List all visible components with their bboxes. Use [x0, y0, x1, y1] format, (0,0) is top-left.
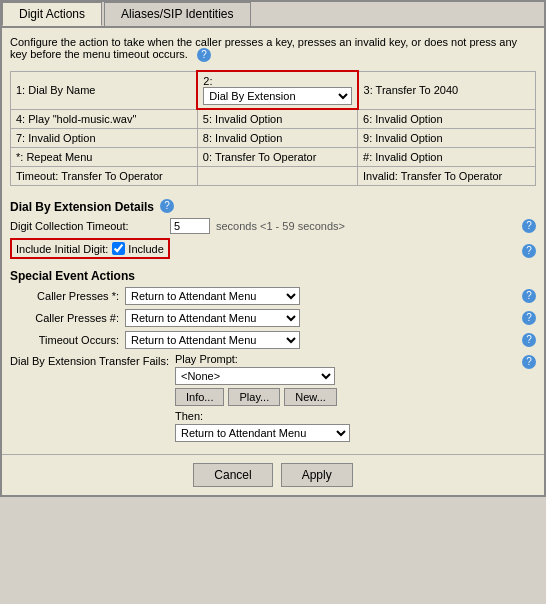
digit-4-key: 4:: [16, 113, 25, 125]
digit-star-key: *:: [16, 151, 23, 163]
digit-3-key: 3:: [364, 84, 373, 96]
main-window: Digit Actions Aliases/SIP Identities Con…: [0, 0, 546, 497]
tab-digit-actions[interactable]: Digit Actions: [2, 2, 102, 26]
dbe-section-header: Dial By Extension Details ?: [10, 194, 536, 218]
digit-invalid-cell: Invalid: Transfer To Operator: [358, 167, 536, 186]
digit-6-key: 6:: [363, 113, 372, 125]
play-prompt-select[interactable]: <None>: [175, 367, 335, 385]
transfer-fails-buttons: Info... Play... New...: [175, 388, 350, 406]
content-area: Configure the action to take when the ca…: [2, 28, 544, 454]
timeout-help-icon[interactable]: ?: [522, 333, 536, 347]
digit-6-label: Invalid Option: [375, 113, 442, 125]
caller-star-help-icon[interactable]: ?: [522, 289, 536, 303]
special-events-title: Special Event Actions: [10, 269, 536, 283]
digit-9-cell: 9: Invalid Option: [358, 129, 536, 148]
digit-5-cell: 5: Invalid Option: [197, 109, 357, 129]
digit-invalid-label: Transfer To Operator: [401, 170, 503, 182]
digit-collection-label: Digit Collection Timeout:: [10, 220, 170, 232]
digit-empty-cell: [197, 167, 357, 186]
tab-aliases-sip[interactable]: Aliases/SIP Identities: [104, 2, 251, 26]
digit-3-label: Transfer To 2040: [376, 84, 459, 96]
digit-star-label: Repeat Menu: [26, 151, 92, 163]
digit-7-cell: 7: Invalid Option: [11, 129, 198, 148]
digit-2-cell: 2: Dial By Extension Dial By Name Transf…: [197, 71, 357, 109]
new-button[interactable]: New...: [284, 388, 337, 406]
table-row: 7: Invalid Option 8: Invalid Option 9: I…: [11, 129, 536, 148]
description-text: Configure the action to take when the ca…: [10, 36, 536, 62]
timeout-occurs-row: Timeout Occurs: Return to Attendant Menu…: [10, 331, 536, 349]
digit-hash-key: #:: [363, 151, 372, 163]
table-row: 1: Dial By Name 2: Dial By Extension Dia…: [11, 71, 536, 109]
digit-timeout-key: Timeout:: [16, 170, 58, 182]
transfer-fails-inner: Play Prompt: <None> Info... Play... New.…: [175, 353, 350, 442]
digit-hash-cell: #: Invalid Option: [358, 148, 536, 167]
digit-7-key: 7:: [16, 132, 25, 144]
digit-5-key: 5:: [203, 113, 212, 125]
include-initial-row: Include Initial Digit: Include: [10, 238, 170, 259]
digit-0-key: 0:: [203, 151, 212, 163]
digit-0-cell: 0: Transfer To Operator: [197, 148, 357, 167]
play-prompt-label: Play Prompt:: [175, 353, 350, 365]
digit-8-key: 8:: [203, 132, 212, 144]
digit-4-label: Play "hold-music.wav": [28, 113, 136, 125]
table-row: *: Repeat Menu 0: Transfer To Operator #…: [11, 148, 536, 167]
then-label: Then:: [175, 410, 350, 422]
tab-bar: Digit Actions Aliases/SIP Identities: [2, 2, 544, 28]
digit-7-label: Invalid Option: [28, 132, 95, 144]
caller-presses-hash-row: Caller Presses #: Return to Attendant Me…: [10, 309, 536, 327]
include-initial-checkbox[interactable]: [112, 242, 125, 255]
caller-presses-hash-label: Caller Presses #:: [10, 312, 125, 324]
digit-collection-help-icon[interactable]: ?: [522, 219, 536, 233]
timeout-occurs-select[interactable]: Return to Attendant Menu Transfer To Ope…: [125, 331, 300, 349]
digit-0-label: Transfer To Operator: [215, 151, 317, 163]
digit-collection-input[interactable]: [170, 218, 210, 234]
digit-8-label: Invalid Option: [215, 132, 282, 144]
transfer-fails-row: Dial By Extension Transfer Fails: Play P…: [10, 353, 536, 442]
digit-5-label: Invalid Option: [215, 113, 282, 125]
info-button[interactable]: Info...: [175, 388, 225, 406]
digit-9-key: 9:: [363, 132, 372, 144]
digit-4-cell: 4: Play "hold-music.wav": [11, 109, 198, 129]
digit-star-cell: *: Repeat Menu: [11, 148, 198, 167]
digit-1-label: Dial By Name: [28, 84, 95, 96]
caller-presses-hash-select[interactable]: Return to Attendant Menu Transfer To Ope…: [125, 309, 300, 327]
digit-6-cell: 6: Invalid Option: [358, 109, 536, 129]
digit-collection-row: Digit Collection Timeout: seconds <1 - 5…: [10, 218, 536, 234]
caller-presses-star-label: Caller Presses *:: [10, 290, 125, 302]
caller-hash-help-icon[interactable]: ?: [522, 311, 536, 325]
digit-2-key: 2:: [203, 75, 212, 87]
dbe-help-icon[interactable]: ?: [160, 199, 174, 213]
digit-timeout-cell: Timeout: Transfer To Operator: [11, 167, 198, 186]
transfer-fails-help-icon[interactable]: ?: [522, 355, 536, 369]
play-prompt-row: <None>: [175, 367, 350, 385]
then-select[interactable]: Return to Attendant Menu Transfer To Ope…: [175, 424, 350, 442]
include-initial-help-icon[interactable]: ?: [522, 244, 536, 258]
digit-1-key: 1:: [16, 84, 25, 96]
transfer-fails-label: Dial By Extension Transfer Fails:: [10, 353, 175, 367]
caller-presses-star-row: Caller Presses *: Return to Attendant Me…: [10, 287, 536, 305]
digit-collection-hint: seconds <1 - 59 seconds>: [216, 220, 345, 232]
digit-8-cell: 8: Invalid Option: [197, 129, 357, 148]
include-initial-label: Include Initial Digit:: [16, 243, 108, 255]
digit-9-label: Invalid Option: [375, 132, 442, 144]
digit-1-cell: 1: Dial By Name: [11, 71, 198, 109]
table-row: Timeout: Transfer To Operator Invalid: T…: [11, 167, 536, 186]
timeout-occurs-label: Timeout Occurs:: [10, 334, 125, 346]
description-help-icon[interactable]: ?: [197, 48, 211, 62]
digit-invalid-key: Invalid:: [363, 170, 398, 182]
digit-actions-table: 1: Dial By Name 2: Dial By Extension Dia…: [10, 70, 536, 186]
play-button[interactable]: Play...: [228, 388, 280, 406]
apply-button[interactable]: Apply: [281, 463, 353, 487]
include-initial-text: Include: [128, 243, 163, 255]
digit-3-cell: 3: Transfer To 2040: [358, 71, 536, 109]
digit-2-select[interactable]: Dial By Extension Dial By Name Transfer …: [203, 87, 351, 105]
digit-timeout-label: Transfer To Operator: [61, 170, 163, 182]
cancel-button[interactable]: Cancel: [193, 463, 272, 487]
table-row: 4: Play "hold-music.wav" 5: Invalid Opti…: [11, 109, 536, 129]
bottom-button-bar: Cancel Apply: [2, 454, 544, 495]
digit-hash-label: Invalid Option: [375, 151, 442, 163]
dbe-title: Dial By Extension Details: [10, 200, 154, 214]
caller-presses-star-select[interactable]: Return to Attendant Menu Transfer To Ope…: [125, 287, 300, 305]
